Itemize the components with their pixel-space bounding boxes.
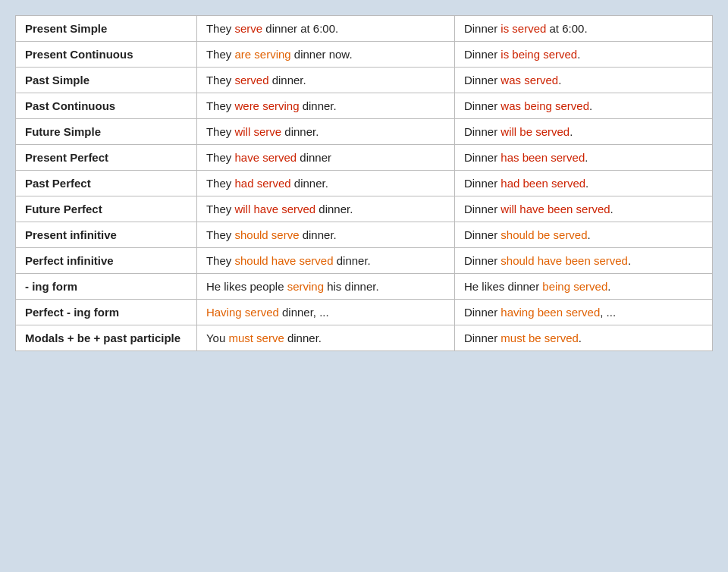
table-row: Past ContinuousThey were serving dinner.… [16, 93, 713, 119]
active-cell: He likes people serving his dinner. [196, 274, 454, 300]
active-cell: They had served dinner. [196, 171, 454, 196]
passive-cell: Dinner must be served. [454, 325, 712, 351]
table-row: Perfect infinitiveThey should have serve… [16, 248, 713, 274]
passive-cell: Dinner should have been served. [454, 248, 712, 274]
passive-cell: Dinner having been served, ... [454, 300, 712, 325]
active-cell: They serve dinner at 6:00. [196, 16, 454, 42]
active-cell: They are serving dinner now. [196, 42, 454, 68]
tense-cell: Past Continuous [16, 93, 197, 119]
passive-cell: He likes dinner being served. [454, 274, 712, 300]
active-cell: They should have served dinner. [196, 248, 454, 274]
tense-cell: - ing form [16, 274, 197, 300]
passive-cell: Dinner was being served. [454, 93, 712, 119]
active-cell: Having served dinner, ... [196, 300, 454, 325]
tense-cell: Perfect - ing form [16, 300, 197, 325]
table-row: Future PerfectThey will have served dinn… [16, 196, 713, 222]
active-cell: They should serve dinner. [196, 222, 454, 248]
passive-cell: Dinner will have been served. [454, 196, 712, 222]
tense-cell: Future Simple [16, 119, 197, 145]
passive-cell: Dinner is being served. [454, 42, 712, 68]
table-row: - ing formHe likes people serving his di… [16, 274, 713, 300]
passive-cell: Dinner is served at 6:00. [454, 16, 712, 42]
tense-cell: Past Perfect [16, 171, 197, 196]
table-row: Future SimpleThey will serve dinner.Dinn… [16, 119, 713, 145]
tense-cell: Present infinitive [16, 222, 197, 248]
table-row: Past SimpleThey served dinner.Dinner was… [16, 68, 713, 93]
active-cell: They will serve dinner. [196, 119, 454, 145]
passive-cell: Dinner was served. [454, 68, 712, 93]
tense-cell: Modals + be + past participle [16, 325, 197, 351]
tense-cell: Present Simple [16, 16, 197, 42]
table-row: Past PerfectThey had served dinner.Dinne… [16, 171, 713, 196]
passive-cell: Dinner has been served. [454, 145, 712, 171]
tense-cell: Future Perfect [16, 196, 197, 222]
active-cell: They will have served dinner. [196, 196, 454, 222]
table-row: Perfect - ing formHaving served dinner, … [16, 300, 713, 325]
table-row: Present SimpleThey serve dinner at 6:00.… [16, 16, 713, 42]
tense-cell: Perfect infinitive [16, 248, 197, 274]
active-cell: You must serve dinner. [196, 325, 454, 351]
tense-cell: Present Perfect [16, 145, 197, 171]
passive-cell: Dinner should be served. [454, 222, 712, 248]
active-cell: They served dinner. [196, 68, 454, 93]
table-row: Present infinitiveThey should serve dinn… [16, 222, 713, 248]
tense-cell: Present Continuous [16, 42, 197, 68]
table-row: Present ContinuousThey are serving dinne… [16, 42, 713, 68]
tense-cell: Past Simple [16, 68, 197, 93]
active-cell: They were serving dinner. [196, 93, 454, 119]
active-cell: They have served dinner [196, 145, 454, 171]
passive-cell: Dinner will be served. [454, 119, 712, 145]
table-row: Present PerfectThey have served dinnerDi… [16, 145, 713, 171]
grammar-table: Present SimpleThey serve dinner at 6:00.… [15, 15, 713, 351]
table-row: Modals + be + past participleYou must se… [16, 325, 713, 351]
passive-cell: Dinner had been served. [454, 171, 712, 196]
